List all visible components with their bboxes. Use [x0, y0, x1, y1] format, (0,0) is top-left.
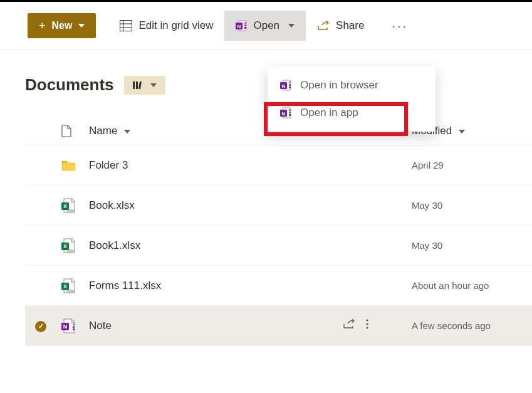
row-more-button[interactable] [365, 318, 369, 330]
svg-rect-17 [289, 109, 291, 111]
file-name[interactable]: Book1.xlsx [89, 239, 140, 251]
command-bar: + New Edit in grid view N Open Share [0, 2, 532, 50]
svg-rect-12 [289, 84, 291, 86]
col-header-name-label: Name [89, 125, 117, 137]
open-button[interactable]: N Open [224, 11, 306, 41]
file-icon [61, 125, 71, 137]
svg-rect-37 [73, 323, 75, 325]
edit-in-grid-view-label: Edit in grid view [138, 19, 213, 32]
open-in-app-label: Open in app [300, 107, 358, 119]
svg-rect-11 [289, 81, 291, 83]
modified-date: About an hour ago [412, 280, 489, 291]
svg-rect-7 [244, 27, 246, 29]
chevron-down-icon [78, 24, 85, 28]
svg-rect-6 [244, 24, 246, 26]
svg-rect-24 [138, 81, 142, 88]
col-header-type[interactable] [56, 117, 84, 145]
svg-text:X: X [63, 203, 67, 209]
xlsx-icon: X [56, 186, 84, 226]
folder-icon [56, 145, 84, 186]
page-title: Documents [25, 75, 114, 95]
xlsx-icon: X [56, 226, 84, 266]
share-button-label: Share [336, 19, 364, 32]
table-row[interactable]: XBook.xlsxMay 30 [25, 186, 532, 226]
svg-rect-39 [73, 328, 75, 330]
more-actions-button[interactable]: ··· [385, 19, 414, 33]
table-row[interactable]: Folder 3April 29 [25, 145, 532, 186]
open-in-app-menuitem[interactable]: N Open in app [268, 99, 436, 127]
files-table: Name Modified Folder 3April 29XBook.xlsx… [25, 117, 532, 346]
onenote-icon: N [236, 20, 247, 31]
edit-in-grid-view-button[interactable]: Edit in grid view [108, 11, 224, 41]
svg-rect-18 [289, 112, 291, 113]
table-row[interactable]: XForms 111.xlsxAbout an hour ago [25, 266, 532, 306]
modified-date: May 30 [412, 240, 442, 251]
share-button[interactable]: Share [306, 11, 375, 41]
file-name[interactable]: Book.xlsx [89, 199, 135, 211]
library-icon [133, 81, 143, 90]
modified-date: A few seconds ago [412, 320, 491, 331]
svg-rect-23 [136, 81, 138, 89]
table-row[interactable]: ✓NNoteA few seconds ago [25, 306, 532, 346]
svg-text:N: N [282, 111, 286, 117]
open-button-label: Open [253, 19, 279, 32]
table-row[interactable]: XBook1.xlsxMay 30 [25, 226, 532, 266]
svg-rect-5 [244, 22, 246, 24]
onenote-icon: N [56, 306, 84, 346]
modified-date: May 30 [412, 200, 442, 211]
view-selector-button[interactable] [124, 76, 165, 95]
chevron-down-icon [288, 24, 295, 28]
svg-point-42 [366, 319, 368, 321]
onenote-icon: N [280, 107, 291, 118]
modified-date: April 29 [412, 160, 444, 170]
selected-checkmark-icon[interactable]: ✓ [35, 321, 46, 332]
svg-text:X: X [63, 243, 67, 249]
file-name[interactable]: Folder 3 [89, 159, 128, 171]
share-icon [317, 20, 330, 31]
svg-point-44 [366, 327, 368, 328]
svg-text:N: N [63, 323, 68, 330]
new-button-label: New [52, 20, 73, 31]
svg-rect-0 [120, 21, 132, 31]
chevron-down-icon [459, 130, 465, 134]
open-in-browser-menuitem[interactable]: N Open in browser [268, 71, 436, 99]
open-in-browser-label: Open in browser [300, 79, 378, 92]
chevron-down-icon [150, 83, 157, 87]
xlsx-icon: X [56, 266, 84, 306]
svg-rect-19 [289, 114, 291, 116]
new-button[interactable]: + New [28, 13, 96, 38]
chevron-down-icon [124, 130, 130, 134]
plus-icon: + [39, 19, 46, 33]
onenote-icon: N [280, 80, 291, 91]
svg-rect-38 [73, 326, 75, 328]
svg-rect-13 [289, 86, 291, 88]
svg-point-43 [366, 323, 368, 325]
grid-icon [120, 20, 132, 31]
file-name[interactable]: Note [89, 320, 112, 332]
svg-text:N: N [282, 83, 286, 89]
svg-text:N: N [237, 24, 241, 29]
svg-text:X: X [63, 283, 67, 290]
row-share-button[interactable] [343, 318, 355, 330]
svg-rect-22 [133, 81, 135, 89]
open-dropdown-menu: N Open in browser N Open in app [268, 66, 436, 132]
file-name[interactable]: Forms 111.xlsx [89, 280, 161, 291]
